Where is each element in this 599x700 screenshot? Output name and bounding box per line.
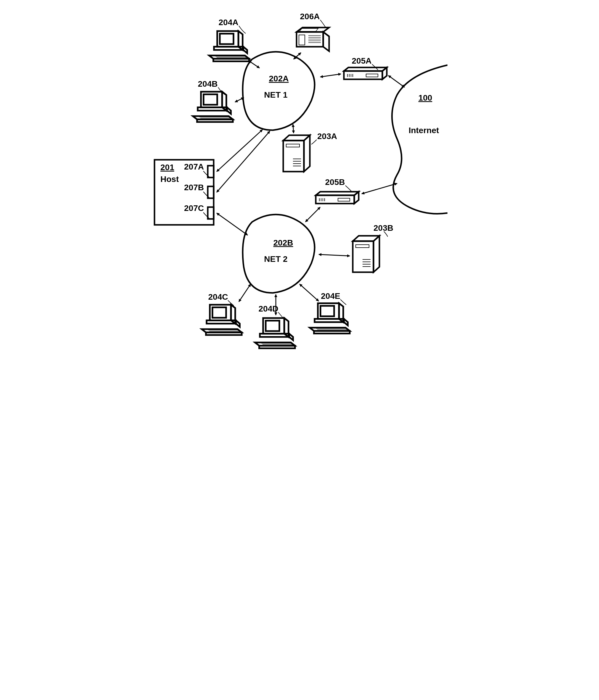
svg-rect-28 — [316, 195, 354, 204]
network-diagram: 202A NET 1 202B NET 2 100 Internet 201 H… — [151, 6, 448, 352]
svg-rect-10 — [197, 120, 233, 122]
host-name: Host — [161, 175, 179, 184]
computer-c — [202, 305, 242, 335]
arrow-net1-205a — [320, 74, 341, 77]
svg-rect-33 — [338, 198, 350, 201]
svg-rect-53 — [266, 321, 279, 331]
internet-name: Internet — [409, 126, 439, 135]
net2-cloud: 202B NET 2 — [243, 215, 315, 293]
computer-b-label: 204B — [198, 79, 218, 89]
arrow-207b-net1 — [217, 131, 270, 192]
svg-rect-54 — [260, 334, 289, 337]
svg-rect-41 — [356, 245, 369, 248]
svg-rect-9 — [198, 107, 227, 111]
arrow-205b-internet — [362, 183, 397, 194]
arrow-net2-204e — [300, 284, 319, 301]
arrow-205a-internet — [388, 75, 405, 87]
host-port-b — [208, 186, 214, 198]
svg-rect-4 — [213, 59, 249, 61]
svg-rect-8 — [203, 94, 217, 105]
svg-rect-2 — [220, 34, 234, 44]
svg-rect-21 — [300, 28, 318, 31]
arrow-204a-net1 — [248, 61, 260, 68]
svg-line-14 — [323, 32, 329, 36]
internet-cloud: 100 Internet — [392, 65, 448, 214]
host-id: 201 — [161, 163, 174, 172]
router-a-label: 205A — [352, 56, 372, 66]
router-b — [316, 192, 359, 204]
port-c-label: 207C — [184, 204, 204, 213]
arrow-207c-net2 — [217, 213, 248, 235]
computer-a-label: 204A — [219, 18, 239, 27]
router-b-label: 205B — [325, 177, 345, 187]
host-box: 201 Host 207A 207B 207C — [154, 160, 214, 225]
computer-b — [193, 92, 233, 122]
svg-rect-3 — [214, 47, 243, 50]
host-port-a — [208, 166, 214, 177]
computer-a — [209, 31, 249, 61]
svg-rect-61 — [314, 331, 350, 334]
computer-d — [255, 318, 295, 348]
printer-label: 206A — [300, 12, 320, 21]
svg-rect-60 — [315, 319, 344, 322]
computer-c-label: 204C — [208, 292, 228, 301]
server-a-label: 203A — [317, 132, 337, 141]
computer-e — [310, 303, 350, 333]
printer-a — [296, 27, 329, 51]
net1-name: NET 1 — [264, 90, 287, 99]
svg-rect-49 — [206, 332, 242, 335]
svg-rect-15 — [299, 35, 305, 45]
svg-rect-55 — [259, 346, 295, 349]
svg-rect-13 — [296, 32, 323, 47]
svg-rect-27 — [366, 74, 378, 77]
port-a-label: 207A — [184, 162, 204, 171]
server-a — [283, 135, 310, 172]
host-port-c — [208, 207, 214, 219]
net2-id: 202B — [273, 238, 293, 247]
router-a — [344, 68, 387, 79]
arrow-net2-204c — [239, 284, 251, 302]
server-b — [353, 236, 379, 272]
svg-rect-22 — [344, 71, 382, 79]
svg-rect-48 — [207, 320, 236, 324]
arrow-net2-205b — [306, 207, 320, 222]
svg-rect-35 — [286, 144, 300, 147]
svg-rect-59 — [320, 306, 334, 316]
arrow-net1-203a — [293, 124, 293, 133]
arrow-net2-203b — [319, 254, 350, 256]
server-b-label: 203B — [374, 223, 393, 232]
net2-name: NET 2 — [264, 254, 287, 264]
net1-id: 202A — [269, 74, 289, 83]
computer-e-label: 204E — [321, 292, 340, 301]
computer-d-label: 204D — [259, 304, 279, 313]
svg-rect-47 — [213, 307, 226, 318]
port-b-label: 207B — [184, 183, 204, 192]
internet-id: 100 — [418, 93, 432, 102]
